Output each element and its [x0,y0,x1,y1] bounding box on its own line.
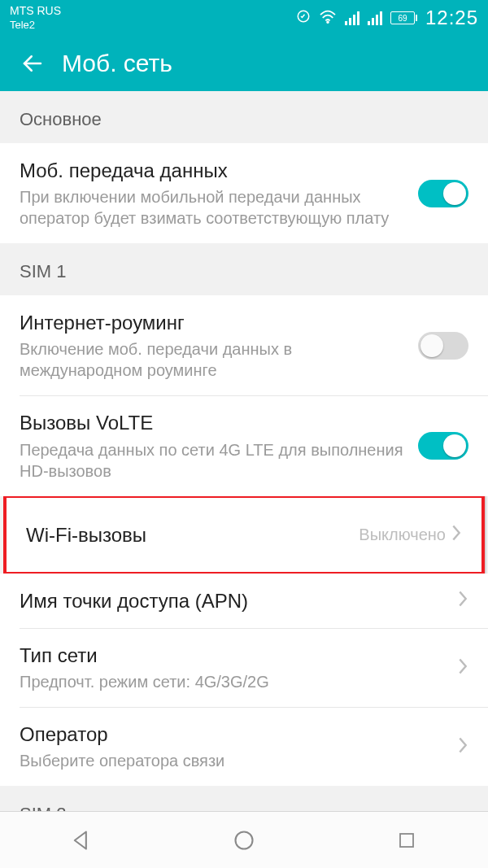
chevron-right-icon [457,736,468,757]
section-header-sim2: SIM 2 [0,786,488,811]
row-value: Выключено [359,526,446,544]
roaming-toggle[interactable] [418,332,468,360]
svg-point-2 [236,831,253,848]
highlight-annotation: Wi-Fi-вызовы Выключено [3,495,485,575]
sync-icon [296,9,311,27]
section-header-main: Основное [0,91,488,143]
back-button[interactable] [16,47,49,80]
row-roaming[interactable]: Интернет-роуминг Включение моб. передачи… [0,295,488,395]
status-bar: MTS RUS Tele2 69 12:25 [0,0,488,36]
row-title: Имя точки доступа (APN) [20,588,446,613]
mobile-data-toggle[interactable] [418,180,468,207]
chevron-right-icon [451,524,462,545]
signal-bars-1-icon [345,11,359,25]
row-subtitle: Выберите оператора связи [20,750,446,771]
nav-recents-button[interactable] [392,826,421,855]
row-title: Интернет-роуминг [20,310,407,335]
row-volte[interactable]: Вызовы VoLTE Передача данных по сети 4G … [0,395,488,495]
row-operator[interactable]: Оператор Выберите оператора связи [0,707,488,786]
volte-toggle[interactable] [418,432,468,460]
row-title: Моб. передача данных [20,158,407,183]
row-network-type[interactable]: Тип сети Предпочт. режим сети: 4G/3G/2G [0,628,488,707]
section-header-sim1: SIM 1 [0,243,488,295]
system-nav-bar [0,811,488,868]
row-subtitle: При включении мобильной передачи данных … [20,186,407,229]
nav-back-button[interactable] [67,826,96,855]
page-title: Моб. сеть [62,50,172,77]
row-title: Тип сети [20,643,446,668]
row-mobile-data[interactable]: Моб. передача данных При включении мобил… [0,143,488,243]
carrier-2: Tele2 [10,20,61,31]
settings-list: Основное Моб. передача данных При включе… [0,91,488,811]
row-title: Wi-Fi-вызовы [26,522,347,547]
app-bar: Моб. сеть [0,36,488,91]
row-wifi-calling[interactable]: Wi-Fi-вызовы Выключено [7,498,481,572]
row-title: Оператор [20,722,446,747]
clock-text: 12:25 [425,7,478,29]
row-apn[interactable]: Имя точки доступа (APN) [0,574,488,628]
row-subtitle: Передача данных по сети 4G LTE для выпол… [20,439,407,482]
nav-home-button[interactable] [229,826,259,855]
signal-bars-2-icon [368,11,382,25]
svg-point-1 [327,21,329,23]
row-subtitle: Предпочт. режим сети: 4G/3G/2G [20,671,446,692]
chevron-right-icon [457,590,468,611]
wifi-icon [319,9,337,27]
battery-pct: 69 [398,14,407,23]
row-title: Вызовы VoLTE [20,410,407,435]
carrier-1: MTS RUS [10,4,61,17]
battery-icon: 69 [390,11,417,24]
chevron-right-icon [457,657,468,678]
svg-rect-3 [400,834,413,847]
row-subtitle: Включение моб. передачи данных в междуна… [20,338,407,381]
